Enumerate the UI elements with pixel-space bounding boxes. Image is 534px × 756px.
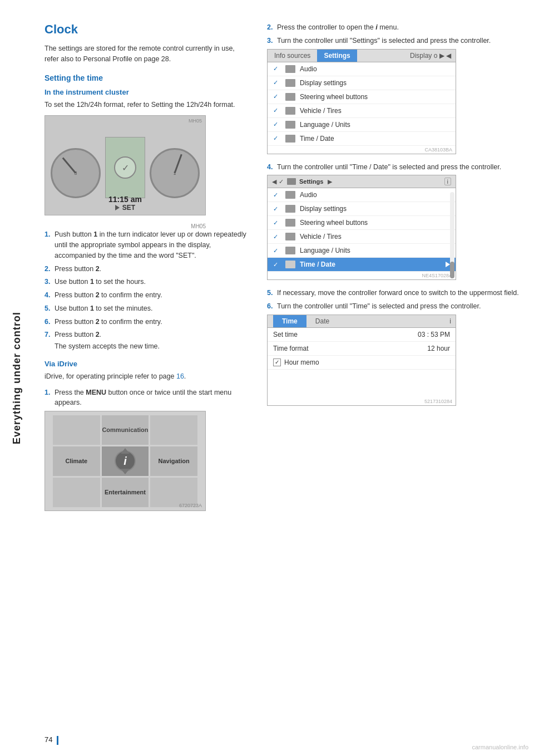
hour-memo-row: ✓ Hour memo bbox=[268, 356, 456, 370]
watermark: carmanualonline.info bbox=[472, 744, 528, 750]
sidebar-label: Everything under control bbox=[11, 312, 23, 444]
tab-info-sources[interactable]: Info sources bbox=[268, 50, 317, 62]
cluster-caption: MH05 bbox=[44, 223, 206, 229]
s2-check-display: ✓ bbox=[273, 205, 281, 213]
audio-label: Audio bbox=[300, 65, 317, 73]
settings-tabs-1: Info sources Settings Display o ▶ ◀ bbox=[268, 50, 456, 62]
s2-steering: ✓ Steering wheel buttons bbox=[268, 216, 456, 230]
step-1: 1. Push button 1 in the turn indicator l… bbox=[44, 229, 250, 261]
idrive-communication: Communication bbox=[102, 426, 148, 433]
sidebar: Everything under control bbox=[0, 0, 33, 756]
check-time: ✓ bbox=[273, 135, 281, 142]
tab-time[interactable]: Time bbox=[273, 315, 306, 327]
s2-language: ✓ Language / Units bbox=[268, 244, 456, 258]
check-steering: ✓ bbox=[273, 93, 281, 100]
main-content: Clock The settings are stored for the re… bbox=[33, 0, 534, 539]
idrive-center-button: i bbox=[102, 446, 149, 476]
scrollbar-thumb bbox=[450, 262, 454, 278]
idrive-page-link[interactable]: 16 bbox=[176, 372, 184, 380]
left-column: Clock The settings are stored for the re… bbox=[44, 22, 250, 517]
cluster-time: 11:15 am bbox=[108, 195, 142, 204]
check-display: ✓ bbox=[273, 79, 281, 86]
screen3-id: 5217310284 bbox=[268, 397, 456, 405]
right-step-4-list: 4. Turn the controller until "Time / Dat… bbox=[267, 162, 523, 173]
set-time-value: 03 : 53 PM bbox=[418, 331, 450, 338]
cluster-set: SET bbox=[122, 204, 135, 212]
tab-display[interactable]: Display o ▶ ◀ bbox=[406, 50, 456, 62]
right-step-6: 6. Turn the controller until "Time" is s… bbox=[267, 301, 523, 312]
time-date-screen: Time Date i Set time 03 : 53 PM Time for… bbox=[267, 315, 456, 406]
idrive-menu-image: Communication Climate i Navigation Enter… bbox=[44, 411, 206, 511]
step-6: 6. Press button 2 to confirm the entry. bbox=[44, 317, 250, 327]
hour-memo-label: Hour memo bbox=[284, 359, 450, 366]
setting-time-heading: Setting the time bbox=[44, 73, 250, 82]
time-format-label: Time format bbox=[273, 345, 427, 352]
idrive-heading: Via iDrive bbox=[44, 360, 250, 368]
set-time-row: Set time 03 : 53 PM bbox=[268, 328, 456, 342]
check-language: ✓ bbox=[273, 121, 281, 128]
intro-text: The settings are stored for the remote c… bbox=[44, 43, 250, 65]
s2-check-time: ✓ bbox=[273, 261, 281, 268]
step-2: 2. Press button 2. bbox=[44, 264, 250, 274]
idrive-steps-left: 1. Press the MENU button once or twice u… bbox=[44, 387, 250, 409]
settings-item-language: ✓ Language / Units bbox=[268, 118, 456, 132]
time-date-tabs: Time Date i bbox=[268, 315, 456, 328]
instrument-steps: 1. Push button 1 in the turn indicator l… bbox=[44, 229, 250, 352]
s2-check-steering: ✓ bbox=[273, 219, 281, 227]
s2-audio: ✓ Audio bbox=[268, 188, 456, 202]
display-label: Display settings bbox=[300, 79, 347, 87]
s2-check-vehicle: ✓ bbox=[273, 233, 281, 240]
s2-vehicle-label: Vehicle / Tires bbox=[300, 233, 342, 240]
nav-icon bbox=[287, 178, 296, 185]
s2-time-label: Time / Date bbox=[300, 261, 335, 268]
time-info-icon: i bbox=[445, 315, 456, 327]
nav-checkmark: ✓ bbox=[279, 178, 284, 185]
idrive-entertainment: Entertainment bbox=[102, 478, 149, 507]
idrive-navigation: Navigation bbox=[150, 446, 197, 476]
instrument-cluster-heading: In the instrument cluster bbox=[44, 88, 250, 96]
right-step-3: 3. Turn the controller until "Settings" … bbox=[267, 36, 523, 46]
vehicle-label: Vehicle / Tires bbox=[300, 107, 342, 115]
s2-vehicle: ✓ Vehicle / Tires bbox=[268, 230, 456, 244]
settings-screen-1: Info sources Settings Display o ▶ ◀ ✓ Au… bbox=[267, 49, 456, 154]
s2-audio-label: Audio bbox=[300, 191, 317, 199]
step-5: 5. Use button 1 to set the minutes. bbox=[44, 303, 250, 314]
step-4: 4. Press button 2 to confirm the entry. bbox=[44, 290, 250, 301]
right-step-2: 2. Press the controller to open the i me… bbox=[267, 22, 523, 33]
check-audio: ✓ bbox=[273, 65, 281, 72]
s2-check-audio: ✓ bbox=[273, 192, 281, 199]
settings-item-vehicle: ✓ Vehicle / Tires bbox=[268, 104, 456, 118]
nav-info-btn: i bbox=[444, 178, 451, 185]
step-3: 3. Use button 1 to set the hours. bbox=[44, 277, 250, 287]
nav-back-arrow: ◀ bbox=[272, 178, 276, 185]
idrive-step-1: 1. Press the MENU button once or twice u… bbox=[44, 387, 250, 409]
idrive-climate: Climate bbox=[53, 446, 100, 476]
settings-item-time: ✓ Time / Date bbox=[268, 132, 456, 146]
idrive-desc: iDrive, for operating principle refer to… bbox=[44, 371, 250, 382]
settings-nav-bar: ◀ ✓ Settings ▶ i bbox=[268, 175, 456, 188]
scrollbar bbox=[450, 192, 454, 278]
time-format-value: 12 hour bbox=[427, 345, 450, 352]
screen1-id: CA38103BA bbox=[268, 146, 456, 154]
nav-forward-arrow: ▶ bbox=[328, 178, 332, 185]
step-7: 7. Press button 2. The system accepts th… bbox=[44, 330, 250, 352]
tab-settings[interactable]: Settings bbox=[317, 50, 357, 62]
settings-item-audio: ✓ Audio bbox=[268, 62, 456, 76]
right-steps-top: 2. Press the controller to open the i me… bbox=[267, 22, 523, 46]
time-label: Time / Date bbox=[300, 135, 334, 143]
s2-time-date: ✓ Time / Date bbox=[268, 258, 456, 272]
right-steps-5-6: 5. If necessary, move the controller for… bbox=[267, 288, 523, 312]
right-step-4: 4. Turn the controller until "Time / Dat… bbox=[267, 162, 523, 173]
s2-language-label: Language / Units bbox=[300, 247, 350, 254]
s2-display: ✓ Display settings bbox=[268, 202, 456, 216]
nav-settings-label: Settings bbox=[299, 178, 323, 185]
hour-memo-checkbox[interactable]: ✓ bbox=[273, 359, 281, 366]
page-number: 74 bbox=[44, 735, 58, 745]
time-format-row: Time format 12 hour bbox=[268, 342, 456, 356]
right-step-5: 5. If necessary, move the controller for… bbox=[267, 288, 523, 298]
s2-display-label: Display settings bbox=[300, 205, 347, 213]
tab-date[interactable]: Date bbox=[306, 315, 338, 327]
set-time-label: Set time bbox=[273, 331, 418, 338]
right-column: 2. Press the controller to open the i me… bbox=[267, 22, 523, 517]
cluster-image: 3 ✓ 1 11:15 am SET bbox=[44, 115, 206, 215]
